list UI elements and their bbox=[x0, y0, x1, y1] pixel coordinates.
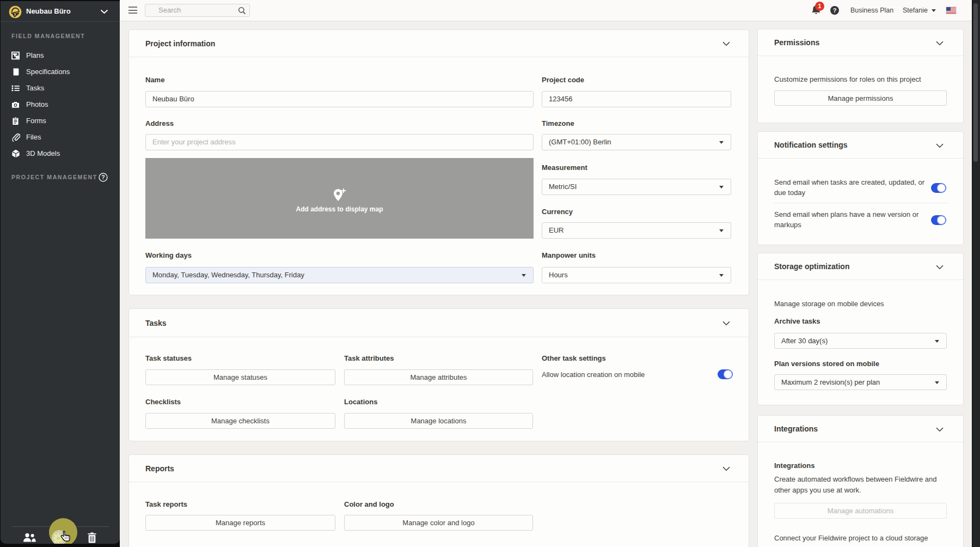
svg-text:?: ? bbox=[101, 174, 105, 180]
